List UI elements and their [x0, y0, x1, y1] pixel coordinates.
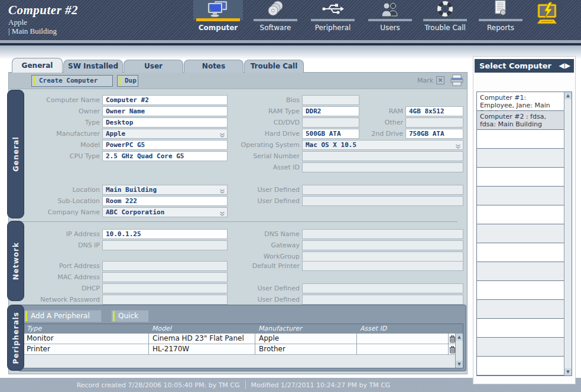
nav-label: Reports: [476, 24, 525, 32]
usb-icon: [308, 0, 358, 18]
type-field[interactable]: Desktop: [102, 117, 228, 128]
ram-field[interactable]: 4GB 8x512: [405, 106, 463, 116]
section-tab-general[interactable]: General: [7, 90, 24, 218]
asset-id-field[interactable]: [302, 162, 463, 172]
section-divider: [18, 221, 457, 222]
tab-notes[interactable]: Notes: [184, 60, 244, 73]
scroll-down-icon[interactable]: ▼: [456, 361, 463, 368]
field-label: Bios: [231, 95, 300, 105]
list-slot: [477, 338, 564, 357]
nav-item-reports[interactable]: Reports: [476, 0, 525, 35]
dup-button[interactable]: Dup: [117, 75, 138, 87]
list-item-selected[interactable]: Computer #2 : fdsa, fdsa: Main Building: [477, 111, 564, 130]
scroll-up-icon[interactable]: ▲: [456, 334, 463, 341]
section-tab-network[interactable]: Network: [7, 221, 24, 301]
scroll-down-icon[interactable]: ▼: [564, 368, 572, 375]
tab-general[interactable]: General: [12, 58, 63, 73]
quick-launch-icon[interactable]: [533, 1, 562, 30]
tab-sw-installed[interactable]: SW Installed: [63, 60, 123, 73]
user-defined-field[interactable]: [302, 283, 463, 293]
table-scrollbar[interactable]: ▲ ▼: [455, 334, 463, 368]
cpu-type-field[interactable]: 2.5 GHz Quad Core G5: [102, 151, 228, 161]
table-row[interactable]: Printer HL-2170W Brother: [23, 344, 463, 355]
column-header: Type: [27, 324, 41, 333]
field-label: User Defined: [231, 185, 300, 195]
tab-user[interactable]: User: [124, 60, 183, 73]
dns-name-field[interactable]: [302, 229, 463, 239]
location-dropdown[interactable]: Main Building: [102, 185, 228, 195]
mark-checkbox[interactable]: ×: [436, 76, 444, 84]
field-label: DHCP: [11, 283, 100, 293]
nav-item-software[interactable]: Software: [251, 0, 300, 35]
bios-field[interactable]: [302, 95, 359, 105]
nav-item-users[interactable]: Users: [365, 0, 415, 35]
other-field[interactable]: [405, 117, 463, 128]
dhcp-field[interactable]: [102, 283, 228, 293]
list-item[interactable]: Computer #1: Employee, Jane: Main Buildi…: [477, 92, 564, 111]
field-value: Room 222: [106, 197, 137, 205]
field-label: CPU Type: [11, 151, 100, 161]
list-slot: [477, 130, 564, 149]
list-slot: [477, 205, 564, 224]
table-row[interactable]: Monitor Cinema HD 23" Flat Panel Apple: [23, 334, 463, 344]
user-defined-field[interactable]: [302, 196, 463, 206]
field-value: Owner Name: [106, 107, 145, 115]
create-computer-button[interactable]: Create Computer: [31, 75, 113, 87]
dns-ip-field[interactable]: [102, 240, 228, 250]
user-defined-field[interactable]: [302, 185, 463, 195]
field-label: Location: [11, 185, 100, 195]
section-tab-peripherals[interactable]: Peripherals: [7, 305, 24, 371]
cd-dvd-field[interactable]: [302, 117, 359, 128]
tab-trouble-call[interactable]: Trouble Call: [244, 60, 304, 73]
user-defined-field[interactable]: [302, 295, 463, 305]
ip-address-field[interactable]: 10.0.1.25: [102, 229, 228, 239]
workgroup-field[interactable]: [302, 251, 463, 262]
arrow-right-icon[interactable]: ▶: [565, 61, 571, 70]
add-peripheral-button[interactable]: Add A Peripheral: [24, 310, 102, 322]
field-label: Network Password: [11, 295, 100, 305]
field-label: RAM Type: [231, 106, 300, 116]
field-label: Type: [11, 117, 100, 128]
record-title-block: Computer #2 Apple | Main Building: [8, 3, 78, 35]
field-value: Apple: [106, 130, 125, 138]
default-printer-field[interactable]: [302, 261, 463, 271]
model-field[interactable]: PowerPC G5: [102, 140, 228, 150]
computer-name-field[interactable]: Computer #2: [102, 95, 228, 105]
second-drive-field[interactable]: 750GB ATA: [405, 129, 463, 139]
field-value: Computer #2: [106, 96, 149, 104]
nav-item-peripheral[interactable]: Peripheral: [308, 0, 358, 35]
gateway-field[interactable]: [302, 240, 463, 250]
sub-location-field[interactable]: Room 222: [102, 196, 228, 206]
section-tab-label: Peripherals: [12, 312, 20, 364]
ram-type-field[interactable]: DDR2: [302, 106, 359, 116]
port-address-field[interactable]: [102, 261, 228, 271]
print-icon[interactable]: [450, 74, 464, 87]
list-slot: [477, 168, 564, 187]
field-label: Owner: [11, 106, 100, 116]
sidebar-scrollbar[interactable]: ▲ ▼: [564, 92, 572, 375]
status-text: Record created 7/28/2006 10:05:40 PM: by…: [0, 378, 467, 392]
hard-drive-field[interactable]: 500GB ATA: [302, 129, 359, 139]
nav-item-trouble-call[interactable]: Trouble Call: [420, 0, 470, 35]
manufacturer-dropdown[interactable]: Apple: [102, 129, 228, 139]
quick-add-button[interactable]: Quick Add: [111, 310, 149, 322]
operating-system-dropdown[interactable]: Mac OS X 10.5: [302, 140, 463, 150]
nav-underline: [311, 19, 355, 21]
list-item-label: Computer #2 : fdsa, fdsa: Main Building: [480, 113, 546, 128]
nav-item-computer[interactable]: Computer: [193, 0, 243, 35]
field-value: Desktop: [106, 119, 133, 126]
serial-number-field[interactable]: [302, 151, 463, 161]
sidebar-nav-arrows[interactable]: ◀▶: [559, 59, 571, 73]
company-name-dropdown[interactable]: ABC Corporation: [102, 207, 228, 217]
chevron-down-icon: [219, 188, 225, 195]
list-slot: [477, 357, 564, 375]
network-password-field[interactable]: [102, 295, 228, 305]
field-value: 2.5 GHz Quad Core G5: [106, 152, 184, 160]
owner-field[interactable]: Owner Name: [102, 106, 228, 116]
record-location: | Main Building: [8, 27, 78, 35]
mac-address-field[interactable]: [102, 272, 228, 282]
arrow-left-icon[interactable]: ◀: [559, 61, 565, 70]
list-slot: [477, 319, 564, 338]
scroll-up-icon[interactable]: ▲: [564, 92, 572, 99]
computer-listbox[interactable]: Computer #1: Employee, Jane: Main Buildi…: [476, 92, 572, 376]
